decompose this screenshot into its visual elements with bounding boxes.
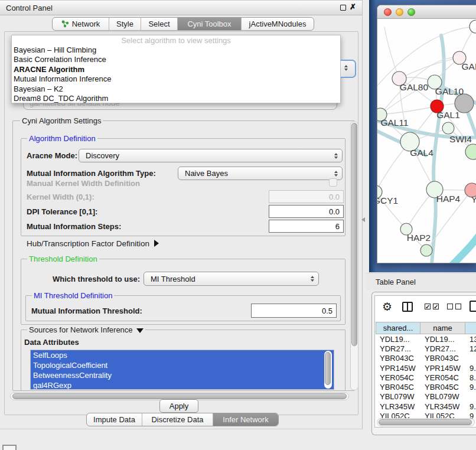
attribute-item[interactable]: BetweennessCentrality [31,370,334,380]
sources-title-text: Sources for Network Inference [29,325,133,334]
table-panel-titlebar: Table Panel [366,273,476,290]
columns-icon[interactable] [402,302,413,312]
algorithm-option[interactable]: ARACNE Algorithm [12,65,340,74]
network-window-titlebar [377,5,476,19]
checked-box-icon[interactable]: ✓ [433,304,439,309]
algorithm-option[interactable]: Dream8 DC_TDC Algorithm [12,94,340,103]
close-traffic-light-icon[interactable] [384,8,392,16]
table-cell: YLR345W [420,402,465,411]
algorithm-option[interactable]: Bayesian – K2 [12,84,340,94]
column-header-A[interactable]: A [465,322,476,334]
table-row[interactable]: YLR345WYLR345W9. [376,402,476,411]
tab-label: Cyni Toolbox [187,19,231,28]
algorithm-option[interactable]: Mutual Information Inference [12,74,340,84]
network-canvas[interactable]: GALGAL80GAL10GAL1GAL11SWI4GAL4GCY1HAP4YH… [377,19,476,263]
unchecked-box-icon[interactable] [447,304,453,309]
table-row[interactable]: YPR145WYPR145W9. [376,363,476,373]
table-panel-window: ⚙ ✓ ✓ shared...nameAYDL19...YDL19...13YD… [371,292,476,435]
table-horizontal-scrollbar[interactable] [377,418,475,426]
combo-arrows-icon [334,171,338,177]
panel-collapse-arrow-icon[interactable] [361,217,365,222]
network-edge[interactable] [399,58,459,79]
sources-title[interactable]: Sources for Network Inference [27,325,145,334]
table-cell: 9. [465,383,476,392]
algorithm-combo-fragment[interactable] [341,60,356,78]
minimize-traffic-light-icon[interactable] [396,8,403,16]
tab-select[interactable]: Select [141,18,178,30]
node-label-y: Y [471,194,476,204]
aracne-mode-combo[interactable]: Discovery [79,149,343,162]
node-table: shared...nameAYDL19...YDL19...13YDR27...… [376,322,476,421]
cyni-bottom-tabbar: Impute DataDiscretize DataInfer Network [86,413,279,426]
attribute-item[interactable]: TopologicalCoefficient [31,360,334,370]
mi-threshold-label: Mutual Information Threshold: [31,306,142,315]
table-toolbar: ⚙ ✓ ✓ [375,296,476,319]
network-icon [61,20,69,28]
tab-infer-network[interactable]: Infer Network [213,413,278,426]
table-row[interactable]: YBR045CYBR045C9. [376,382,476,392]
network-node[interactable] [420,244,432,256]
tab-label: Network [72,19,100,28]
tab-impute-data[interactable]: Impute Data [87,413,142,426]
mi-algorithm-type-combo[interactable]: Naive Bayes [178,167,343,180]
table-panel-content: ⚙ ✓ ✓ shared...nameAYDL19...YDL19...13YD… [374,295,476,428]
dpi-tolerance-field[interactable]: 0.0 [269,205,344,218]
which-threshold-combo[interactable]: MI Threshold [144,272,319,286]
checked-box-icon[interactable]: ✓ [425,304,431,309]
algorithm-dropdown-placeholder: Select algorithm to view settings [12,35,340,45]
table-cell: 13 [465,335,476,344]
network-edge[interactable] [384,27,399,79]
zoom-traffic-light-icon[interactable] [407,8,415,16]
attribute-list-scrollbar[interactable] [324,351,332,389]
combo-arrows-icon [344,65,348,71]
table-cell: 8. [465,373,476,382]
table-row[interactable]: YDL19...YDL19...13 [376,334,476,344]
settings-vertical-scrollbar[interactable] [350,121,358,390]
algorithm-option[interactable]: Basic Correlation Inference [12,55,340,64]
network-node[interactable] [470,20,476,33]
network-node[interactable] [465,144,476,159]
column-header-name[interactable]: name [420,322,465,334]
column-header-shared...[interactable]: shared... [376,322,420,334]
table-cell: YDL19... [420,335,465,344]
network-view-window: GALGAL80GAL10GAL1GAL11SWI4GAL4GCY1HAP4YH… [377,5,476,263]
tab-network[interactable]: Network [53,18,109,30]
mi-steps-field[interactable]: 6 [269,220,344,233]
gear-icon[interactable]: ⚙ [382,300,392,314]
which-threshold-label: Which threshold to use: [53,275,140,283]
table-cell: YPR145W [376,364,420,373]
close-icon[interactable]: ✗ [350,2,356,11]
float-window-icon[interactable] [340,5,346,11]
table-row[interactable]: YDR27...YDR27...12 [376,344,476,353]
kernel-width-field[interactable]: 0.0 [269,190,344,203]
aracne-mode-value: Discovery [86,151,119,160]
document-icon[interactable] [470,301,476,312]
tab-jactivemnodules[interactable]: jActiveMNodules [242,18,314,30]
network-edge[interactable] [380,106,437,115]
network-node-swi4[interactable] [442,122,454,134]
apply-button[interactable]: Apply [159,399,198,413]
hub-definition-disclosure[interactable]: Hub/Transcription Factor Definition [27,239,159,248]
tab-label: Discretize Data [151,415,203,424]
table-row[interactable]: YBL079WYBL079W [376,392,476,402]
attribute-item[interactable]: gal4RGexp [31,380,334,390]
table-row[interactable]: YER054CYER054C8. [376,373,476,382]
unchecked-box-icon[interactable] [455,304,461,309]
tab-discretize-data[interactable]: Discretize Data [142,413,213,426]
table-cell: YBR045C [376,383,420,392]
attribute-item[interactable]: SelfLoops [31,350,334,360]
tab-label: Infer Network [223,415,268,424]
manual-kernel-checkbox[interactable] [329,178,337,187]
table-cell: YPR145W [420,364,465,373]
node-label-gal1: GAL1 [436,110,460,120]
threshold-definition-title: Threshold Definition [27,255,99,263]
mi-threshold-field[interactable]: 0.5 [251,304,337,318]
network-graph: GALGAL80GAL10GAL1GAL11SWI4GAL4GCY1HAP4YH… [377,19,476,263]
tab-cyni-toolbox[interactable]: Cyni Toolbox [178,18,242,30]
table-cell: 9. [465,402,476,411]
network-edge[interactable] [446,227,476,263]
table-row[interactable]: YBR043CYBR043C [376,354,476,363]
tab-style[interactable]: Style [109,18,141,30]
kernel-width-value: 0.0 [329,193,340,201]
algorithm-option[interactable]: Bayesian – Hill Climbing [12,45,340,55]
